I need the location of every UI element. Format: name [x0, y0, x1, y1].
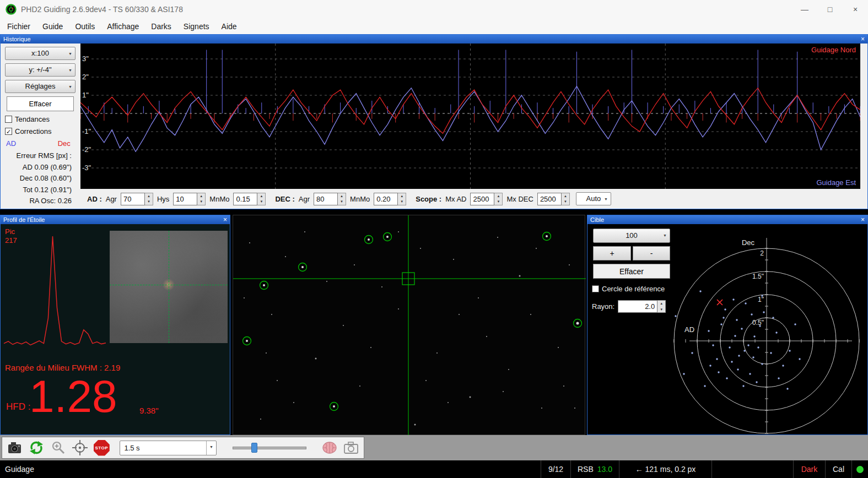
guide-history-graph: 3"2"1"-1"-2"-3" Guidage Nord Guidage Est: [80, 44, 860, 189]
chevron-down-icon: ▼: [663, 230, 667, 242]
spinner-down-icon[interactable]: ▼: [494, 199, 502, 205]
ra-mnmo-spinner[interactable]: ▲▼: [257, 193, 266, 205]
exposure-duration-dropdown[interactable]: 1.5 s ▼: [120, 441, 217, 455]
dec-mnmo-spinner[interactable]: ▲▼: [398, 193, 406, 205]
dec-mode-dropdown[interactable]: Auto ▼: [576, 192, 611, 205]
clear-history-button[interactable]: Effacer: [7, 96, 74, 111]
radius-spinner[interactable]: ▲▼: [657, 300, 666, 313]
radius-input[interactable]: [618, 300, 657, 313]
camera-settings-button[interactable]: [342, 439, 360, 457]
chevron-down-icon: ▼: [68, 81, 72, 93]
spinner-up-icon[interactable]: ▲: [145, 193, 153, 199]
spinner-up-icon[interactable]: ▲: [562, 193, 569, 199]
minimize-button[interactable]: —: [792, 0, 817, 19]
spinner-up-icon[interactable]: ▲: [257, 193, 265, 199]
spinner-down-icon[interactable]: ▼: [657, 307, 665, 313]
corrections-checkbox[interactable]: ✓ Corrections: [5, 127, 80, 135]
target-zoom-dropdown[interactable]: 100 ▼: [593, 229, 670, 243]
max-ra-duration-input[interactable]: [470, 193, 494, 205]
menu-signets[interactable]: Signets: [177, 19, 215, 34]
camera-view[interactable]: [233, 215, 585, 435]
window-title: PHD2 Guiding 2.6.9dev4 - TS 60/330 & ASI…: [21, 5, 792, 14]
mxdec-spinner[interactable]: ▲▼: [562, 193, 570, 205]
radius-row: Rayon: ▲▼: [592, 300, 666, 313]
settings-dropdown[interactable]: Réglages ▼: [5, 80, 76, 93]
svg-text:-3": -3": [82, 164, 91, 172]
series-legend: AD Dec: [6, 139, 80, 148]
auto-select-star-button[interactable]: [50, 439, 67, 457]
starfield-svg[interactable]: [233, 215, 586, 436]
ra-hysteresis-input[interactable]: [173, 193, 197, 205]
hfd-value: 1.28: [29, 372, 117, 421]
spinner-down-icon[interactable]: ▼: [145, 199, 153, 205]
dec-mnmo-label: MnMo: [350, 195, 370, 203]
history-pane: Historique × x:100 ▼ y: +/-4" ▼ Réglages…: [0, 34, 868, 209]
guide-algo-controls: AD : Agr ▲▼ Hys ▲▼ MnMo ▲▼ DEC : Agr ▲▼ …: [80, 189, 867, 209]
spinner-down-icon[interactable]: ▼: [562, 199, 569, 205]
history-pane-title: Historique: [3, 36, 31, 42]
x-scale-dropdown[interactable]: x:100 ▼: [5, 47, 76, 60]
dec-agr-label: Agr: [299, 195, 310, 203]
guide-button[interactable]: [71, 439, 89, 457]
spinner-down-icon[interactable]: ▼: [197, 199, 205, 205]
close-icon[interactable]: ×: [861, 216, 865, 224]
mxad-spinner[interactable]: ▲▼: [494, 193, 503, 205]
crosshair-vertical-line: [169, 231, 169, 343]
dec-minmove-input[interactable]: [374, 193, 398, 205]
gamma-slider[interactable]: [233, 442, 306, 453]
menu-guide[interactable]: Guide: [36, 19, 69, 34]
svg-text:1": 1": [758, 296, 764, 303]
menu-fichier[interactable]: Fichier: [1, 19, 36, 34]
y-scale-dropdown[interactable]: y: +/-4" ▼: [5, 63, 76, 77]
menu-affichage[interactable]: Affichage: [101, 19, 145, 34]
history-pane-header[interactable]: Historique ×: [1, 35, 867, 44]
close-icon[interactable]: ×: [861, 35, 865, 43]
spinner-up-icon[interactable]: ▲: [398, 193, 406, 199]
loop-exposures-button[interactable]: [28, 439, 45, 457]
guide-step-text: 121 ms, 0.2 px: [645, 465, 696, 474]
target-clear-button[interactable]: Effacer: [593, 264, 670, 279]
maximize-button[interactable]: □: [817, 0, 843, 19]
close-icon[interactable]: ×: [223, 216, 227, 224]
scope-group-label: Scope :: [416, 195, 441, 203]
ra-agr-spinner[interactable]: ▲▼: [145, 193, 153, 205]
connect-equipment-button[interactable]: [6, 439, 24, 457]
spinner-down-icon[interactable]: ▼: [338, 199, 346, 205]
menu-darks[interactable]: Darks: [145, 19, 177, 34]
ra-aggression-input[interactable]: [121, 193, 145, 205]
settings-label: Réglages: [25, 82, 56, 90]
spinner-up-icon[interactable]: ▲: [338, 193, 346, 199]
target-pane-header[interactable]: Cible ×: [587, 215, 867, 224]
guide-step-readout: ← 121 ms, 0.2 px: [619, 460, 711, 478]
stop-button[interactable]: STOP: [93, 439, 110, 457]
ra-minmove-input[interactable]: [233, 193, 257, 205]
spinner-down-icon[interactable]: ▼: [257, 199, 265, 205]
rms-ra: AD 0.09 (0.69"): [1, 162, 80, 173]
svg-text:-1": -1": [82, 127, 91, 135]
svg-text:3": 3": [82, 55, 89, 63]
menu-aide[interactable]: Aide: [215, 19, 243, 34]
dec-agr-spinner[interactable]: ▲▼: [338, 193, 346, 205]
rms-stats: Erreur RMS [px] : AD 0.09 (0.69") Dec 0.…: [1, 150, 80, 207]
slider-thumb[interactable]: [251, 443, 257, 453]
menu-bar: Fichier Guide Outils Affichage Darks Sig…: [0, 19, 868, 34]
target-zoom-out-button[interactable]: -: [633, 246, 670, 260]
dec-mode-value: Auto: [586, 194, 601, 203]
close-button[interactable]: ×: [843, 0, 868, 19]
spinner-down-icon[interactable]: ▼: [398, 199, 406, 205]
stop-icon: STOP: [94, 440, 110, 456]
trend-checkbox[interactable]: Tendances: [5, 115, 80, 123]
spinner-up-icon[interactable]: ▲: [494, 193, 502, 199]
reference-circle-checkbox[interactable]: Cercle de référence: [592, 285, 665, 293]
max-dec-duration-input[interactable]: [537, 193, 562, 205]
spinner-up-icon[interactable]: ▲: [657, 301, 665, 307]
ra-hys-spinner[interactable]: ▲▼: [197, 193, 206, 205]
menu-outils[interactable]: Outils: [69, 19, 101, 34]
advanced-settings-button[interactable]: [320, 439, 338, 457]
svg-text:1.5": 1.5": [752, 273, 764, 280]
dec-aggression-input[interactable]: [314, 193, 338, 205]
reference-circle-label: Cercle de référence: [602, 285, 665, 293]
target-zoom-in-button[interactable]: +: [593, 246, 631, 260]
star-profile-header[interactable]: Profil de l'Étoile ×: [1, 215, 230, 224]
spinner-up-icon[interactable]: ▲: [197, 193, 205, 199]
